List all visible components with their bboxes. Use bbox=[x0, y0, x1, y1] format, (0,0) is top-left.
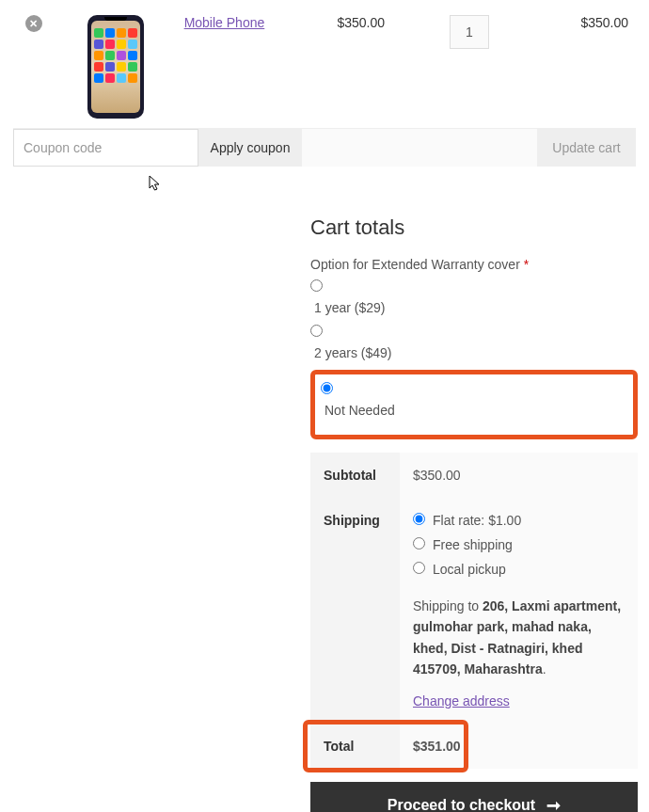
item-subtotal: $350.00 bbox=[524, 6, 636, 129]
apply-coupon-button[interactable]: Apply coupon bbox=[198, 129, 302, 167]
product-name-link[interactable]: Mobile Phone bbox=[184, 15, 265, 30]
total-value: $351.00 bbox=[413, 739, 461, 754]
warranty-option-not-needed-label: Not Needed bbox=[321, 397, 627, 423]
highlight-warranty-not-needed: Not Needed bbox=[310, 370, 638, 439]
cart-totals: Cart totals Option for Extended Warranty… bbox=[310, 215, 638, 812]
shipping-options: Flat rate: $1.00 Free shipping Local pic… bbox=[413, 513, 625, 577]
cart-table: ✕ Mobile Phone $350.00 $350.00 bbox=[13, 6, 636, 167]
warranty-option-2-years-label: 2 years ($49) bbox=[310, 340, 638, 366]
change-address-link[interactable]: Change address bbox=[413, 693, 510, 709]
shipping-flat-rate-radio[interactable] bbox=[413, 513, 425, 525]
shipping-local-pickup-radio[interactable] bbox=[413, 562, 425, 574]
remove-item-button[interactable]: ✕ bbox=[25, 15, 42, 32]
product-thumbnail[interactable] bbox=[87, 15, 144, 119]
cart-item-row: ✕ Mobile Phone $350.00 $350.00 bbox=[13, 6, 636, 129]
totals-table: Subtotal $350.00 Shipping Flat rate: $1.… bbox=[310, 453, 638, 769]
coupon-code-input[interactable] bbox=[13, 129, 198, 167]
highlight-total-row: Total $351.00 bbox=[310, 724, 638, 769]
quantity-input[interactable] bbox=[450, 15, 489, 49]
shipping-flat-rate[interactable]: Flat rate: $1.00 bbox=[413, 513, 625, 528]
required-asterisk: * bbox=[524, 257, 529, 272]
shipping-label: Shipping bbox=[310, 498, 400, 724]
total-label: Total bbox=[310, 724, 400, 769]
shipping-local-pickup[interactable]: Local pickup bbox=[413, 562, 625, 577]
item-price: $350.00 bbox=[329, 6, 441, 129]
arrow-right-icon: ➞ bbox=[546, 795, 561, 812]
warranty-option-not-needed[interactable] bbox=[321, 382, 333, 394]
subtotal-value: $350.00 bbox=[400, 453, 638, 498]
shipping-free[interactable]: Free shipping bbox=[413, 537, 625, 552]
update-cart-button[interactable]: Update cart bbox=[537, 129, 636, 167]
warranty-option-1-year[interactable] bbox=[310, 279, 323, 292]
subtotal-label: Subtotal bbox=[310, 453, 400, 498]
warranty-label: Option for Extended Warranty cover * bbox=[310, 257, 638, 272]
shipping-address: Shipping to 206, Laxmi apartment, gulmoh… bbox=[413, 596, 625, 680]
proceed-to-checkout-button[interactable]: Proceed to checkout ➞ bbox=[310, 782, 638, 812]
checkout-label: Proceed to checkout bbox=[388, 797, 535, 812]
warranty-option-1-year-label: 1 year ($29) bbox=[310, 295, 638, 321]
cart-actions-bar: Apply coupon Update cart bbox=[13, 129, 636, 167]
cursor-icon bbox=[149, 175, 162, 196]
cart-totals-title: Cart totals bbox=[310, 215, 638, 240]
warranty-option-2-years[interactable] bbox=[310, 325, 323, 337]
shipping-free-radio[interactable] bbox=[413, 537, 425, 549]
